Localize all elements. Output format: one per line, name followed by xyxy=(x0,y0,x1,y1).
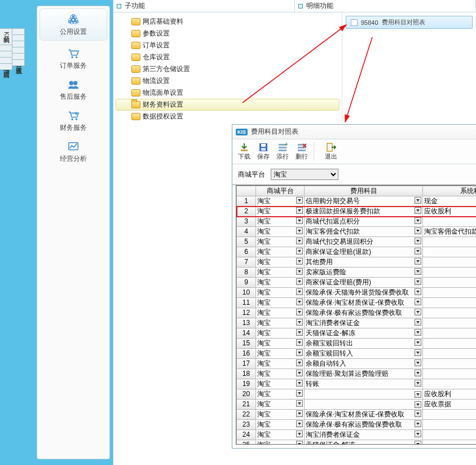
dropdown-icon[interactable] xyxy=(296,248,303,255)
table-row[interactable]: 21淘宝应收票据 xyxy=(237,400,477,410)
grid-cell[interactable] xyxy=(423,267,477,278)
dropdown-icon[interactable] xyxy=(296,359,303,366)
dropdown-icon[interactable] xyxy=(296,431,303,437)
grid-cell[interactable]: 淘宝 xyxy=(256,247,305,257)
grid-cell[interactable]: 淘宝消费者保证金 xyxy=(305,430,423,440)
table-row[interactable]: 17淘宝余额自动转入 xyxy=(237,359,477,369)
dropdown-icon[interactable] xyxy=(415,288,421,295)
table-row[interactable]: 4淘宝淘宝客佣金代扣款淘宝客佣金代扣款 xyxy=(237,227,477,237)
grid-cell[interactable]: 保险承保·淘宝材质保证-保费收取 xyxy=(305,410,423,420)
table-row[interactable]: 6淘宝商家保证金理赔(退款) xyxy=(237,247,477,257)
dropdown-icon[interactable] xyxy=(296,197,303,204)
table-row[interactable]: 1淘宝信用购分期交易号现金 xyxy=(237,196,477,207)
grid-cell[interactable]: 淘宝 xyxy=(256,237,305,247)
dropdown-icon[interactable] xyxy=(296,400,303,407)
del-row-button[interactable]: 删行 xyxy=(292,141,311,162)
tree-item[interactable]: 数据授权设置 xyxy=(116,111,340,122)
grid-cell[interactable] xyxy=(423,288,477,298)
dropdown-icon[interactable] xyxy=(415,370,421,376)
grid-cell[interactable]: 商家保证金理赔(退款) xyxy=(305,247,423,257)
vtab[interactable]: 轻分析 xyxy=(12,54,25,60)
dropdown-icon[interactable] xyxy=(296,339,303,346)
grid-cell[interactable] xyxy=(423,369,477,379)
dropdown-icon[interactable] xyxy=(296,217,303,224)
grid-cell[interactable]: 淘宝 xyxy=(256,440,305,445)
grid-cell[interactable]: 淘宝 xyxy=(256,410,305,420)
grid-cell[interactable]: 保险承保·天猫海外退货险保费收取 xyxy=(305,288,423,298)
grid-cell[interactable]: 余额宝赎回转出 xyxy=(305,339,423,349)
exit-button[interactable]: 退出 xyxy=(321,141,341,162)
grid-header[interactable]: 商城平台 xyxy=(256,186,305,196)
dropdown-icon[interactable] xyxy=(296,441,303,445)
dropdown-icon[interactable] xyxy=(296,370,303,376)
grid-cell[interactable] xyxy=(423,440,477,445)
tree-item[interactable]: 订单设置 xyxy=(116,40,340,51)
grid-cell[interactable]: 淘宝 xyxy=(256,349,305,359)
detail-tab[interactable]: 95840 费用科目对照表 xyxy=(346,16,473,29)
nav-item-analysis[interactable]: 经营分析 xyxy=(37,136,109,167)
table-row[interactable]: 2淘宝极速回款担保服务费扣款应收股利 xyxy=(237,207,477,217)
grid-cell[interactable] xyxy=(305,400,423,410)
grid-cell[interactable]: 现金 xyxy=(423,196,477,207)
grid-cell[interactable]: 淘宝 xyxy=(256,267,305,278)
tree-item[interactable]: 物流设置 xyxy=(116,75,340,87)
dropdown-icon[interactable] xyxy=(415,278,421,285)
grid-cell[interactable]: 淘宝 xyxy=(256,379,305,389)
table-row[interactable]: 15淘宝余额宝赎回转出 xyxy=(237,339,477,349)
grid-cell[interactable]: 淘宝 xyxy=(256,369,305,379)
vtab[interactable]: 门店管理 xyxy=(0,64,12,70)
grid-header[interactable] xyxy=(237,186,256,196)
table-row[interactable]: 16淘宝余额宝赎回转入 xyxy=(237,349,477,359)
dropdown-icon[interactable] xyxy=(296,207,303,214)
grid-cell[interactable] xyxy=(423,410,477,420)
dropdown-icon[interactable] xyxy=(415,299,421,305)
table-row[interactable]: 7淘宝其他费用 xyxy=(237,257,477,267)
grid-cell[interactable]: 淘宝 xyxy=(256,328,305,339)
grid-cell[interactable]: 天猫保证金-解冻 xyxy=(305,440,423,445)
dropdown-icon[interactable] xyxy=(415,258,421,265)
grid-cell[interactable] xyxy=(423,298,477,308)
dropdown-icon[interactable] xyxy=(296,288,303,295)
grid-cell[interactable] xyxy=(423,420,477,430)
grid-cell[interactable]: 商城代扣交易退回积分 xyxy=(305,237,423,247)
grid-cell[interactable]: 应收股利 xyxy=(423,207,477,217)
vtab[interactable]: 人事管理 xyxy=(12,41,25,47)
vtab[interactable]: 我的KIS xyxy=(0,28,12,45)
grid-cell[interactable]: 应收票据 xyxy=(423,400,477,410)
grid-cell[interactable]: 应收股利 xyxy=(423,389,477,400)
table-row[interactable]: 19淘宝转账 xyxy=(237,379,477,389)
dropdown-icon[interactable] xyxy=(296,258,303,265)
grid-cell[interactable]: 淘宝客佣金代扣款 xyxy=(423,227,477,237)
grid-cell[interactable] xyxy=(423,308,477,318)
dropdown-icon[interactable] xyxy=(415,309,421,315)
grid-cell[interactable]: 淘宝 xyxy=(256,207,305,217)
grid-cell[interactable] xyxy=(423,247,477,257)
grid-cell[interactable]: 淘宝 xyxy=(256,318,305,328)
table-row[interactable]: 24淘宝淘宝消费者保证金 xyxy=(237,430,477,440)
dropdown-icon[interactable] xyxy=(415,380,421,387)
tree-item[interactable]: 财务资料设置 xyxy=(116,99,340,111)
dropdown-icon[interactable] xyxy=(415,410,421,417)
grid-cell[interactable] xyxy=(423,359,477,369)
dropdown-icon[interactable] xyxy=(415,217,421,224)
vtab[interactable]: 系统设置 xyxy=(12,60,25,66)
dropdown-icon[interactable] xyxy=(415,227,421,234)
dropdown-icon[interactable] xyxy=(415,349,421,356)
grid-cell[interactable]: 淘宝 xyxy=(256,278,305,288)
dropdown-icon[interactable] xyxy=(296,278,303,285)
dropdown-icon[interactable] xyxy=(296,238,303,244)
grid-cell[interactable]: 淘宝客佣金代扣款 xyxy=(305,227,423,237)
grid-cell[interactable] xyxy=(423,237,477,247)
grid-cell[interactable]: 余额自动转入 xyxy=(305,359,423,369)
dropdown-icon[interactable] xyxy=(415,431,421,437)
table-row[interactable]: 12淘宝保险承保·极有家运费险保费收取 xyxy=(237,308,477,318)
grid-cell[interactable]: 天猫保证金-解冻 xyxy=(305,328,423,339)
grid-cell[interactable] xyxy=(423,217,477,227)
vtab[interactable]: 全网营销 xyxy=(12,28,25,35)
grid-cell[interactable]: 淘宝 xyxy=(256,308,305,318)
nav-item-public-settings[interactable]: 公用设置 xyxy=(39,8,107,41)
dropdown-icon[interactable] xyxy=(415,339,421,346)
table-row[interactable]: 5淘宝商城代扣交易退回积分 xyxy=(237,237,477,247)
grid-cell[interactable] xyxy=(423,430,477,440)
dropdown-icon[interactable] xyxy=(296,227,303,234)
